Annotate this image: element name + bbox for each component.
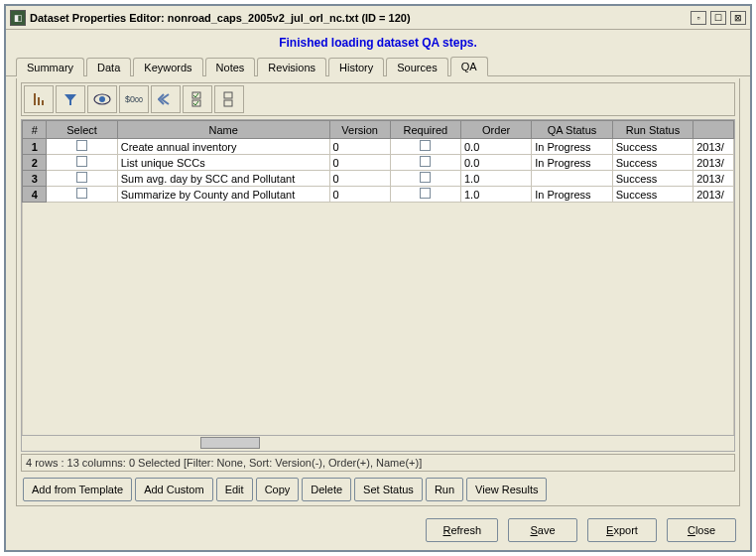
col-qa-status[interactable]: QA Status	[532, 121, 612, 139]
name-cell: Sum avg. day by SCC and Pollutant	[117, 171, 329, 187]
checkbox-icon[interactable]	[76, 188, 87, 199]
qa-status-cell: In Progress	[532, 155, 612, 171]
dialog-buttons: Refresh Save Export Close	[6, 512, 750, 550]
table-row[interactable]: 3Sum avg. day by SCC and Pollutant01.0Su…	[23, 171, 734, 187]
checkbox-icon[interactable]	[420, 188, 431, 199]
svg-point-5	[99, 96, 105, 102]
tab-summary[interactable]: Summary	[16, 58, 84, 76]
checkbox-icon[interactable]	[76, 156, 87, 167]
close-button[interactable]: Close	[667, 518, 736, 542]
title-bar: ◧ Dataset Properties Editor: nonroad_cap…	[6, 6, 750, 30]
tab-revisions[interactable]: Revisions	[257, 58, 326, 76]
select-cell[interactable]	[47, 139, 117, 155]
select-cell[interactable]	[47, 171, 117, 187]
table-row[interactable]: 2List unique SCCs00.0In ProgressSuccess2…	[23, 155, 734, 171]
select-all-button[interactable]	[183, 85, 212, 113]
name-cell: List unique SCCs	[117, 155, 329, 171]
checkbox-icon[interactable]	[76, 140, 87, 151]
checkbox-icon[interactable]	[76, 172, 87, 183]
refresh-button[interactable]: Refresh	[426, 518, 498, 542]
row-number: 4	[23, 187, 47, 203]
required-cell[interactable]	[390, 155, 460, 171]
version-cell: 0	[329, 139, 390, 155]
qa-status-cell: In Progress	[532, 139, 612, 155]
qa-buttons-row: Add from Template Add Custom Edit Copy D…	[21, 478, 735, 501]
name-cell: Create annual inventory	[117, 139, 329, 155]
format-button[interactable]: $000	[119, 85, 149, 113]
reset-button[interactable]	[151, 85, 181, 113]
run-status-cell: Success	[612, 155, 693, 171]
col-num[interactable]: #	[23, 121, 47, 139]
qa-status-cell	[532, 171, 612, 187]
table-row[interactable]: 1Create annual inventory00.0In ProgressS…	[23, 139, 734, 155]
col-run-status[interactable]: Run Status	[612, 121, 693, 139]
tabs-row: Summary Data Keywords Notes Revisions Hi…	[6, 56, 750, 76]
tab-notes[interactable]: Notes	[205, 58, 256, 76]
col-date[interactable]	[693, 121, 734, 139]
iconify-button[interactable]: ▫	[691, 11, 706, 25]
required-cell[interactable]	[390, 187, 460, 203]
required-cell[interactable]	[390, 171, 460, 187]
version-cell: 0	[329, 171, 390, 187]
view-button[interactable]	[87, 85, 117, 113]
app-icon: ◧	[10, 10, 26, 26]
tab-data[interactable]: Data	[86, 58, 131, 76]
tab-sources[interactable]: Sources	[386, 58, 447, 76]
set-status-button[interactable]: Set Status	[354, 478, 423, 501]
tab-qa[interactable]: QA	[450, 57, 488, 76]
date-cell: 2013/	[693, 187, 734, 203]
col-required[interactable]: Required	[390, 121, 460, 139]
window-title: Dataset Properties Editor: nonroad_caps_…	[30, 12, 691, 24]
table-row[interactable]: 4Summarize by County and Pollutant01.0In…	[23, 187, 734, 203]
run-button[interactable]: Run	[426, 478, 463, 501]
col-version[interactable]: Version	[329, 121, 390, 139]
date-cell: 2013/	[693, 139, 734, 155]
clear-selection-button[interactable]	[214, 85, 244, 113]
row-number: 2	[23, 155, 47, 171]
table-toolbar: $000	[21, 82, 735, 116]
qa-status-cell: In Progress	[532, 187, 612, 203]
svg-rect-0	[34, 93, 36, 105]
export-button[interactable]: Export	[587, 518, 657, 542]
tab-content-qa: $000 # Select Name Version Req	[16, 78, 740, 506]
run-status-cell: Success	[612, 139, 693, 155]
version-cell: 0	[329, 155, 390, 171]
col-name[interactable]: Name	[117, 121, 329, 139]
checkbox-icon[interactable]	[420, 172, 431, 183]
version-cell: 0	[329, 187, 390, 203]
table-empty-area	[22, 203, 734, 435]
row-number: 3	[23, 171, 47, 187]
col-select[interactable]: Select	[47, 121, 117, 139]
view-results-button[interactable]: View Results	[466, 478, 547, 501]
name-cell: Summarize by County and Pollutant	[117, 187, 329, 203]
tab-history[interactable]: History	[328, 58, 384, 76]
horizontal-scrollbar[interactable]	[22, 435, 734, 451]
delete-button[interactable]: Delete	[302, 478, 351, 501]
filter-button[interactable]	[56, 85, 85, 113]
date-cell: 2013/	[693, 171, 734, 187]
order-cell: 1.0	[460, 187, 531, 203]
run-status-cell: Success	[612, 171, 693, 187]
table-status-bar: 4 rows : 13 columns: 0 Selected [Filter:…	[21, 454, 735, 472]
save-button[interactable]: Save	[508, 518, 577, 542]
edit-button[interactable]: Edit	[216, 478, 253, 501]
close-window-button[interactable]: ⊠	[730, 11, 746, 25]
col-order[interactable]: Order	[460, 121, 531, 139]
checkbox-icon[interactable]	[420, 140, 431, 151]
order-cell: 0.0	[460, 155, 531, 171]
add-from-template-button[interactable]: Add from Template	[23, 478, 132, 501]
select-cell[interactable]	[47, 187, 117, 203]
svg-marker-3	[64, 94, 76, 105]
date-cell: 2013/	[693, 155, 734, 171]
maximize-button[interactable]: ☐	[710, 11, 726, 25]
copy-button[interactable]: Copy	[256, 478, 300, 501]
order-cell: 1.0	[460, 171, 531, 187]
add-custom-button[interactable]: Add Custom	[135, 478, 213, 501]
tab-keywords[interactable]: Keywords	[133, 58, 202, 76]
select-cell[interactable]	[47, 155, 117, 171]
row-number: 1	[23, 139, 47, 155]
svg-rect-9	[224, 100, 232, 106]
sort-button[interactable]	[24, 85, 54, 113]
checkbox-icon[interactable]	[420, 156, 431, 167]
required-cell[interactable]	[390, 139, 460, 155]
